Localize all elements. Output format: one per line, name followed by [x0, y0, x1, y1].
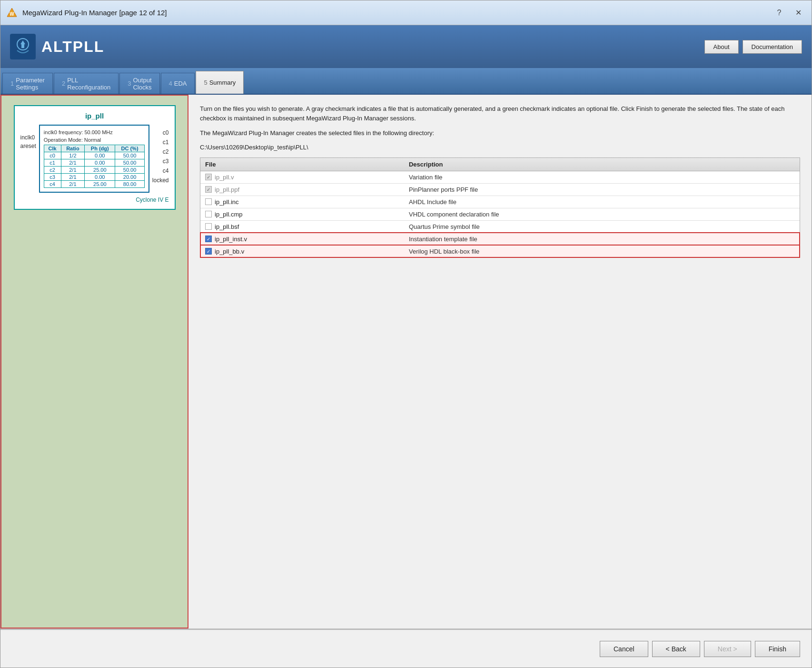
filename-ip-pll-v: ip_pll.v — [215, 174, 234, 181]
clk-c1-ph: 0.00 — [85, 159, 115, 167]
clk-row-c2: c2 2/1 25.00 50.00 — [44, 167, 144, 174]
clk-row-c0: c0 1/2 0.00 50.00 — [44, 152, 144, 159]
tab-output-clocks[interactable]: 3 OutputClocks — [119, 73, 159, 94]
filename-ip-pll-bb-v: ip_pll_bb.v — [215, 248, 244, 255]
tab-eda[interactable]: 4 EDA — [161, 73, 195, 94]
port-c0-out: c0 — [152, 129, 169, 136]
port-locked-out: locked — [152, 177, 169, 184]
clk-c1-name: c1 — [44, 159, 61, 167]
clk-c3-ratio: 2/1 — [61, 174, 85, 181]
filename-ip-pll-inc: ip_pll.inc — [215, 198, 239, 206]
tab-label-5: Summary — [209, 79, 236, 86]
close-button[interactable]: ✕ — [791, 5, 806, 20]
tab-num-2: 2 — [62, 80, 65, 87]
tab-label-3: OutputClocks — [133, 77, 151, 91]
tab-pll-reconfiguration[interactable]: 2 PLLReconfiguration — [54, 73, 119, 94]
desc-ip-pll-inc: AHDL Include file — [404, 196, 800, 208]
filename-ip-pll-bsf: ip_pll.bsf — [215, 223, 239, 230]
checkbox-ip-pll-ppf[interactable]: ✓ — [205, 186, 212, 193]
table-row-highlighted: ✓ ip_pll_inst.v Instantiation template f… — [200, 233, 800, 245]
logo-text: ALTPLL — [41, 38, 104, 56]
port-inclk0: inclk0 — [20, 134, 36, 141]
about-button[interactable]: About — [704, 40, 739, 54]
svg-text:W: W — [10, 11, 14, 17]
tab-label-2: PLLReconfiguration — [67, 77, 110, 91]
pll-center: inclk0 frequency: 50.000 MHz Operation M… — [39, 125, 149, 193]
header-logo: ALTPLL — [10, 34, 104, 59]
clk-c4-dc: 80.00 — [115, 181, 145, 188]
clk-col-clk: Clk — [44, 145, 61, 152]
clk-row-c4: c4 2/1 25.00 80.00 — [44, 181, 144, 188]
back-button[interactable]: < Back — [652, 641, 700, 657]
port-c4-out: c4 — [152, 167, 169, 174]
directory-path: C:\Users\10269\Desktop\ip_test\ip\PLL\ — [200, 144, 800, 151]
table-row: ip_pll.inc AHDL Include file — [200, 196, 800, 208]
left-panel: ip_pll inclk0 areset inclk0 frequency: 5… — [0, 95, 188, 629]
main-content: ip_pll inclk0 areset inclk0 frequency: 5… — [0, 95, 812, 629]
help-button[interactable]: ? — [772, 5, 787, 20]
pll-freq: inclk0 frequency: 50.000 MHz — [44, 129, 145, 135]
file-cell: ✓ ip_pll.v — [200, 171, 404, 183]
tab-label-1: ParameterSettings — [16, 77, 45, 91]
pll-block: inclk0 frequency: 50.000 MHz Operation M… — [39, 125, 149, 193]
tab-summary[interactable]: 5 Summary — [196, 71, 244, 94]
file-cell: ✓ ip_pll_inst.v — [200, 233, 404, 245]
clk-c0-ratio: 1/2 — [61, 152, 85, 159]
file-cell: ip_pll.cmp — [200, 208, 404, 220]
header-buttons: About Documentation — [704, 40, 802, 54]
tabs-bar: 1 ParameterSettings 2 PLLReconfiguration… — [0, 68, 812, 95]
documentation-button[interactable]: Documentation — [743, 40, 802, 54]
pll-mode: Operation Mode: Normal — [44, 137, 145, 143]
window-title: MegaWizard Plug-In Manager [page 12 of 1… — [22, 9, 167, 17]
clk-col-dc: DC (%) — [115, 145, 145, 152]
diagram-ports-left: inclk0 areset — [20, 134, 36, 149]
checkbox-ip-pll-v[interactable]: ✓ — [205, 174, 212, 180]
filename-ip-pll-cmp: ip_pll.cmp — [215, 211, 243, 218]
checkbox-ip-pll-bsf[interactable] — [205, 223, 212, 230]
description-line2: The MegaWizard Plug-In Manager creates t… — [200, 128, 800, 138]
port-c2-out: c2 — [152, 148, 169, 155]
clk-c3-dc: 20.00 — [115, 174, 145, 181]
diagram-box: ip_pll inclk0 areset inclk0 frequency: 5… — [14, 105, 176, 210]
header-bar: ALTPLL About Documentation — [0, 25, 812, 68]
clk-row-c1: c1 2/1 0.00 50.00 — [44, 159, 144, 167]
svg-rect-4 — [21, 44, 24, 48]
file-cell: ✓ ip_pll.ppf — [200, 184, 404, 196]
clk-c2-dc: 50.00 — [115, 167, 145, 174]
clk-row-c3: c3 2/1 0.00 20.00 — [44, 174, 144, 181]
title-bar: W MegaWizard Plug-In Manager [page 12 of… — [0, 0, 812, 25]
diagram-title: ip_pll — [20, 112, 169, 120]
file-cell: ip_pll.bsf — [200, 221, 404, 233]
table-row: ✓ ip_pll.v Variation file — [200, 171, 800, 183]
checkbox-ip-pll-inst-v[interactable]: ✓ — [205, 236, 212, 242]
clk-c4-name: c4 — [44, 181, 61, 188]
clk-table: Clk Ratio Ph (dg) DC (%) c0 — [44, 145, 145, 188]
clk-c2-ratio: 2/1 — [61, 167, 85, 174]
files-table: File Description ✓ ip_pll.v Variation fi… — [200, 158, 800, 257]
finish-button[interactable]: Finish — [755, 641, 800, 657]
bottom-bar: Cancel < Back Next > Finish — [0, 629, 812, 668]
title-bar-controls: ? ✕ — [772, 5, 806, 20]
cancel-button[interactable]: Cancel — [600, 641, 648, 657]
file-cell: ip_pll.inc — [200, 196, 404, 208]
tab-parameter-settings[interactable]: 1 ParameterSettings — [2, 73, 53, 94]
cyclone-label: Cyclone IV E — [20, 196, 169, 203]
checkbox-ip-pll-bb-v[interactable]: ✓ — [205, 248, 212, 255]
desc-ip-pll-inst-v: Instantiation template file — [404, 233, 800, 245]
desc-ip-pll-bb-v: Verilog HDL black-box file — [404, 245, 800, 257]
checkbox-ip-pll-inc[interactable] — [205, 198, 212, 205]
files-table-container: File Description ✓ ip_pll.v Variation fi… — [200, 157, 800, 258]
next-button[interactable]: Next > — [704, 641, 751, 657]
table-row-highlighted: ✓ ip_pll_bb.v Verilog HDL black-box file — [200, 245, 800, 257]
clk-c4-ratio: 2/1 — [61, 181, 85, 188]
files-table-header: File Description — [200, 158, 800, 171]
clk-c0-ph: 0.00 — [85, 152, 115, 159]
col-file-header: File — [200, 158, 404, 171]
tab-label-4: EDA — [174, 80, 187, 87]
clk-c1-dc: 50.00 — [115, 159, 145, 167]
clk-c2-ph: 25.00 — [85, 167, 115, 174]
desc-ip-pll-v: Variation file — [404, 171, 800, 183]
desc-ip-pll-cmp: VHDL component declaration file — [404, 208, 800, 220]
description-line1: Turn on the files you wish to generate. … — [200, 104, 800, 123]
checkbox-ip-pll-cmp[interactable] — [205, 211, 212, 217]
